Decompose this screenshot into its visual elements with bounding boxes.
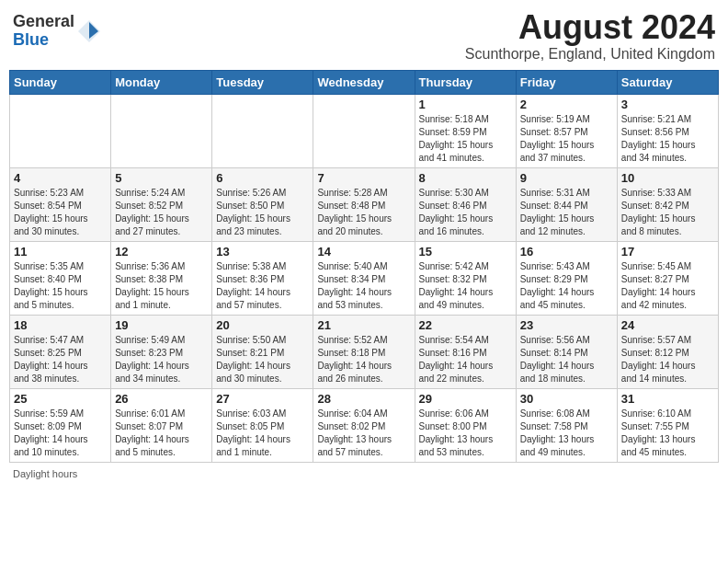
calendar-cell: 16Sunrise: 5:43 AM Sunset: 8:29 PM Dayli… bbox=[516, 241, 617, 315]
day-info: Sunrise: 5:30 AM Sunset: 8:46 PM Dayligh… bbox=[419, 187, 512, 238]
calendar-cell: 19Sunrise: 5:49 AM Sunset: 8:23 PM Dayli… bbox=[111, 315, 212, 388]
logo-text: General Blue bbox=[13, 13, 74, 50]
calendar-week-row: 18Sunrise: 5:47 AM Sunset: 8:25 PM Dayli… bbox=[10, 315, 719, 388]
calendar-day-header: Wednesday bbox=[313, 70, 415, 94]
calendar-day-header: Thursday bbox=[415, 70, 516, 94]
calendar-cell bbox=[212, 94, 313, 167]
day-info: Sunrise: 5:38 AM Sunset: 8:36 PM Dayligh… bbox=[216, 260, 309, 312]
footer-note: Daylight hours bbox=[9, 468, 719, 479]
calendar-cell bbox=[313, 94, 415, 167]
day-number: 21 bbox=[317, 318, 410, 332]
logo-general: General bbox=[13, 13, 74, 31]
calendar-cell: 17Sunrise: 5:45 AM Sunset: 8:27 PM Dayli… bbox=[617, 241, 718, 315]
calendar-cell: 14Sunrise: 5:40 AM Sunset: 8:34 PM Dayli… bbox=[313, 241, 415, 315]
calendar-cell: 26Sunrise: 6:01 AM Sunset: 8:07 PM Dayli… bbox=[111, 388, 212, 462]
day-number: 15 bbox=[419, 245, 512, 259]
calendar-cell: 15Sunrise: 5:42 AM Sunset: 8:32 PM Dayli… bbox=[415, 241, 516, 315]
calendar-cell: 28Sunrise: 6:04 AM Sunset: 8:02 PM Dayli… bbox=[313, 388, 415, 462]
day-info: Sunrise: 5:57 AM Sunset: 8:12 PM Dayligh… bbox=[621, 334, 714, 385]
day-info: Sunrise: 5:28 AM Sunset: 8:48 PM Dayligh… bbox=[317, 187, 410, 238]
month-year-title: August 2024 bbox=[465, 9, 715, 46]
day-number: 14 bbox=[317, 245, 410, 259]
day-number: 27 bbox=[216, 392, 309, 406]
calendar-day-header: Tuesday bbox=[212, 70, 313, 94]
calendar-cell: 13Sunrise: 5:38 AM Sunset: 8:36 PM Dayli… bbox=[212, 241, 313, 315]
day-number: 10 bbox=[621, 171, 714, 185]
day-info: Sunrise: 5:26 AM Sunset: 8:50 PM Dayligh… bbox=[216, 187, 309, 238]
logo-blue: Blue bbox=[13, 31, 74, 50]
day-info: Sunrise: 5:49 AM Sunset: 8:23 PM Dayligh… bbox=[115, 334, 208, 385]
day-number: 31 bbox=[621, 392, 714, 406]
day-number: 26 bbox=[115, 392, 208, 406]
day-info: Sunrise: 5:54 AM Sunset: 8:16 PM Dayligh… bbox=[419, 334, 512, 385]
day-info: Sunrise: 5:18 AM Sunset: 8:59 PM Dayligh… bbox=[419, 113, 512, 165]
calendar-header-row: SundayMondayTuesdayWednesdayThursdayFrid… bbox=[10, 70, 719, 94]
logo-icon bbox=[76, 18, 102, 44]
calendar-cell: 29Sunrise: 6:06 AM Sunset: 8:00 PM Dayli… bbox=[415, 388, 516, 462]
day-number: 29 bbox=[419, 392, 512, 406]
day-info: Sunrise: 5:56 AM Sunset: 8:14 PM Dayligh… bbox=[520, 334, 613, 385]
day-info: Sunrise: 5:33 AM Sunset: 8:42 PM Dayligh… bbox=[621, 187, 714, 238]
calendar-cell: 6Sunrise: 5:26 AM Sunset: 8:50 PM Daylig… bbox=[212, 167, 313, 241]
calendar-cell: 9Sunrise: 5:31 AM Sunset: 8:44 PM Daylig… bbox=[516, 167, 617, 241]
calendar-day-header: Friday bbox=[516, 70, 617, 94]
calendar-day-header: Sunday bbox=[10, 70, 111, 94]
calendar-cell: 2Sunrise: 5:19 AM Sunset: 8:57 PM Daylig… bbox=[516, 94, 617, 167]
calendar-cell: 21Sunrise: 5:52 AM Sunset: 8:18 PM Dayli… bbox=[313, 315, 415, 388]
day-number: 22 bbox=[419, 318, 512, 332]
day-info: Sunrise: 5:42 AM Sunset: 8:32 PM Dayligh… bbox=[419, 260, 512, 312]
calendar-day-header: Saturday bbox=[617, 70, 718, 94]
day-info: Sunrise: 5:31 AM Sunset: 8:44 PM Dayligh… bbox=[520, 187, 613, 238]
day-number: 28 bbox=[317, 392, 410, 406]
calendar-week-row: 4Sunrise: 5:23 AM Sunset: 8:54 PM Daylig… bbox=[10, 167, 719, 241]
day-info: Sunrise: 5:40 AM Sunset: 8:34 PM Dayligh… bbox=[317, 260, 410, 312]
calendar-cell: 22Sunrise: 5:54 AM Sunset: 8:16 PM Dayli… bbox=[415, 315, 516, 388]
day-info: Sunrise: 5:50 AM Sunset: 8:21 PM Dayligh… bbox=[216, 334, 309, 385]
day-number: 3 bbox=[621, 98, 714, 111]
calendar-cell: 23Sunrise: 5:56 AM Sunset: 8:14 PM Dayli… bbox=[516, 315, 617, 388]
calendar-cell: 12Sunrise: 5:36 AM Sunset: 8:38 PM Dayli… bbox=[111, 241, 212, 315]
day-number: 30 bbox=[520, 392, 613, 406]
calendar-cell: 25Sunrise: 5:59 AM Sunset: 8:09 PM Dayli… bbox=[10, 388, 111, 462]
calendar-cell: 11Sunrise: 5:35 AM Sunset: 8:40 PM Dayli… bbox=[10, 241, 111, 315]
day-number: 6 bbox=[216, 171, 309, 185]
calendar-week-row: 11Sunrise: 5:35 AM Sunset: 8:40 PM Dayli… bbox=[10, 241, 719, 315]
calendar-cell bbox=[10, 94, 111, 167]
calendar-cell: 27Sunrise: 6:03 AM Sunset: 8:05 PM Dayli… bbox=[212, 388, 313, 462]
day-info: Sunrise: 6:10 AM Sunset: 7:55 PM Dayligh… bbox=[621, 408, 714, 459]
calendar-cell: 30Sunrise: 6:08 AM Sunset: 7:58 PM Dayli… bbox=[516, 388, 617, 462]
day-number: 1 bbox=[419, 98, 512, 111]
day-number: 24 bbox=[621, 318, 714, 332]
calendar-week-row: 25Sunrise: 5:59 AM Sunset: 8:09 PM Dayli… bbox=[10, 388, 719, 462]
day-number: 18 bbox=[14, 318, 107, 332]
day-info: Sunrise: 5:19 AM Sunset: 8:57 PM Dayligh… bbox=[520, 113, 613, 165]
day-number: 25 bbox=[14, 392, 107, 406]
day-number: 13 bbox=[216, 245, 309, 259]
day-info: Sunrise: 5:23 AM Sunset: 8:54 PM Dayligh… bbox=[14, 187, 107, 238]
calendar-cell: 8Sunrise: 5:30 AM Sunset: 8:46 PM Daylig… bbox=[415, 167, 516, 241]
calendar-week-row: 1Sunrise: 5:18 AM Sunset: 8:59 PM Daylig… bbox=[10, 94, 719, 167]
page-header: General Blue August 2024 Scunthorpe, Eng… bbox=[9, 9, 719, 63]
day-number: 20 bbox=[216, 318, 309, 332]
calendar-cell: 20Sunrise: 5:50 AM Sunset: 8:21 PM Dayli… bbox=[212, 315, 313, 388]
day-info: Sunrise: 6:04 AM Sunset: 8:02 PM Dayligh… bbox=[317, 408, 410, 459]
calendar-cell bbox=[111, 94, 212, 167]
day-number: 7 bbox=[317, 171, 410, 185]
day-number: 5 bbox=[115, 171, 208, 185]
calendar-day-header: Monday bbox=[111, 70, 212, 94]
calendar-cell: 24Sunrise: 5:57 AM Sunset: 8:12 PM Dayli… bbox=[617, 315, 718, 388]
day-info: Sunrise: 5:59 AM Sunset: 8:09 PM Dayligh… bbox=[14, 408, 107, 459]
day-number: 8 bbox=[419, 171, 512, 185]
day-number: 4 bbox=[14, 171, 107, 185]
calendar-cell: 18Sunrise: 5:47 AM Sunset: 8:25 PM Dayli… bbox=[10, 315, 111, 388]
day-info: Sunrise: 5:24 AM Sunset: 8:52 PM Dayligh… bbox=[115, 187, 208, 238]
day-info: Sunrise: 5:21 AM Sunset: 8:56 PM Dayligh… bbox=[621, 113, 714, 165]
day-number: 16 bbox=[520, 245, 613, 259]
day-info: Sunrise: 6:01 AM Sunset: 8:07 PM Dayligh… bbox=[115, 408, 208, 459]
day-info: Sunrise: 5:52 AM Sunset: 8:18 PM Dayligh… bbox=[317, 334, 410, 385]
calendar-cell: 31Sunrise: 6:10 AM Sunset: 7:55 PM Dayli… bbox=[617, 388, 718, 462]
day-info: Sunrise: 5:35 AM Sunset: 8:40 PM Dayligh… bbox=[14, 260, 107, 312]
day-number: 23 bbox=[520, 318, 613, 332]
calendar-cell: 5Sunrise: 5:24 AM Sunset: 8:52 PM Daylig… bbox=[111, 167, 212, 241]
day-info: Sunrise: 6:03 AM Sunset: 8:05 PM Dayligh… bbox=[216, 408, 309, 459]
